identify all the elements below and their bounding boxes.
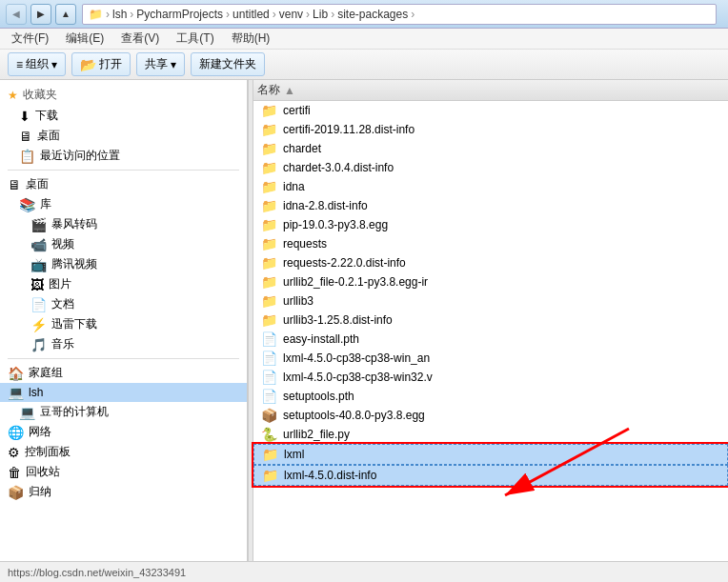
file-item-3[interactable]: 📁chardet-3.0.4.dist-info xyxy=(253,158,728,177)
file-item-2[interactable]: 📁chardet xyxy=(253,139,728,158)
sidebar-item-baofeng[interactable]: 🎬 暴风转码 xyxy=(0,214,247,234)
share-button[interactable]: 共享 ▾ xyxy=(136,52,185,76)
back-button[interactable]: ◀ xyxy=(6,4,27,25)
file-item-6[interactable]: 📁pip-19.0.3-py3.8.egg xyxy=(253,215,728,234)
file-item-16[interactable]: 📦setuptools-40.8.0-py3.8.egg xyxy=(253,406,728,425)
file-name-3: chardet-3.0.4.dist-info xyxy=(283,161,394,174)
sidebar-item-controlpanel[interactable]: ⚙ 控制面板 xyxy=(0,442,247,462)
breadcrumb-lib[interactable]: Lib xyxy=(313,8,328,21)
toolbar: ≡ 组织 ▾ 📂 打开 共享 ▾ 新建文件夹 xyxy=(0,50,728,80)
breadcrumb[interactable]: 📁 › lsh › PycharmProjects › untitled › v… xyxy=(82,4,717,25)
xunlei-icon: ⚡ xyxy=(30,317,47,332)
file-name-11: urllib3-1.25.8.dist-info xyxy=(283,313,393,327)
file-item-14[interactable]: 📄lxml-4.5.0-cp38-cp38-win32.v xyxy=(253,368,728,387)
star-icon: ★ xyxy=(8,89,18,102)
organize-button[interactable]: ≡ 组织 ▾ xyxy=(8,52,66,76)
file-item-19[interactable]: 📁lxml-4.5.0.dist-info xyxy=(253,465,728,486)
menu-file[interactable]: 文件(F) xyxy=(4,29,56,49)
video-icon: 📹 xyxy=(30,237,47,252)
file-item-0[interactable]: 📁certifi xyxy=(253,101,728,120)
file-name-13: lxml-4.5.0-cp38-cp38-win_an xyxy=(283,351,430,365)
open-icon: 📂 xyxy=(80,57,96,72)
breadcrumb-pycharm[interactable]: PycharmProjects xyxy=(136,8,223,21)
file-name-2: chardet xyxy=(283,142,321,155)
homegroup-icon: 🏠 xyxy=(8,366,24,381)
sidebar-item-lsh[interactable]: 💻 lsh xyxy=(0,383,247,402)
file-name-19: lxml-4.5.0.dist-info xyxy=(284,469,376,482)
sidebar-item-network[interactable]: 🌐 网络 xyxy=(0,422,247,442)
file-item-4[interactable]: 📁idna xyxy=(253,177,728,196)
lsh-icon: 💻 xyxy=(8,385,24,400)
file-icon-6: 📁 xyxy=(261,217,277,232)
file-name-9: urllib2_file-0.2.1-py3.8.egg-ir xyxy=(283,275,428,289)
file-item-18[interactable]: 📁lxml xyxy=(253,444,728,465)
sidebar-item-library[interactable]: 📚 库 xyxy=(0,194,247,214)
file-item-7[interactable]: 📁requests xyxy=(253,234,728,253)
file-item-17[interactable]: 🐍urllib2_file.py xyxy=(253,425,728,444)
file-item-13[interactable]: 📄lxml-4.5.0-cp38-cp38-win_an xyxy=(253,349,728,368)
tencent-icon: 📺 xyxy=(30,257,47,272)
organize-dropdown-icon: ▾ xyxy=(51,58,57,71)
file-icon-12: 📄 xyxy=(261,331,277,347)
menu-edit[interactable]: 编辑(E) xyxy=(58,29,111,49)
file-name-15: setuptools.pth xyxy=(283,390,354,403)
file-name-6: pip-19.0.3-py3.8.egg xyxy=(283,218,388,231)
file-item-15[interactable]: 📄setuptools.pth xyxy=(253,387,728,406)
sidebar-item-download[interactable]: ⬇ 下载 xyxy=(0,106,247,126)
file-icon-0: 📁 xyxy=(261,103,277,118)
sidebar-item-recent[interactable]: 📋 最近访问的位置 xyxy=(0,146,247,166)
main-content: ★ 收藏夹 ⬇ 下载 🖥 桌面 📋 最近访问的位置 🖥 桌面 📚 库 🎬 暴风 xyxy=(0,80,728,561)
sidebar-item-video[interactable]: 📹 视频 xyxy=(0,234,247,254)
recent-icon: 📋 xyxy=(19,149,35,164)
open-button[interactable]: 📂 打开 xyxy=(71,52,131,76)
sidebar-item-dougo[interactable]: 💻 豆哥的计算机 xyxy=(0,402,247,422)
sidebar: ★ 收藏夹 ⬇ 下载 🖥 桌面 📋 最近访问的位置 🖥 桌面 📚 库 🎬 暴风 xyxy=(0,80,248,561)
file-list-header[interactable]: 名称 ▲ xyxy=(253,80,728,101)
file-item-5[interactable]: 📁idna-2.8.dist-info xyxy=(253,196,728,215)
file-item-1[interactable]: 📁certifi-2019.11.28.dist-info xyxy=(253,120,728,139)
breadcrumb-lsh[interactable]: lsh xyxy=(112,8,127,21)
file-item-8[interactable]: 📁requests-2.22.0.dist-info xyxy=(253,253,728,272)
file-icon-7: 📁 xyxy=(261,236,277,251)
file-item-10[interactable]: 📁urllib3 xyxy=(253,291,728,311)
menu-view[interactable]: 查看(V) xyxy=(113,29,167,49)
file-name-16: setuptools-40.8.0-py3.8.egg xyxy=(283,409,425,422)
file-icon-9: 📁 xyxy=(261,274,277,290)
file-item-9[interactable]: 📁urllib2_file-0.2.1-py3.8.egg-ir xyxy=(253,272,728,291)
sidebar-item-recycle[interactable]: 🗑 回收站 xyxy=(0,462,247,482)
file-icon-13: 📄 xyxy=(261,351,277,366)
sidebar-item-music[interactable]: 🎵 音乐 xyxy=(0,334,247,354)
file-item-11[interactable]: 📁urllib3-1.25.8.dist-info xyxy=(253,311,728,330)
file-name-1: certifi-2019.11.28.dist-info xyxy=(283,123,415,136)
file-name-10: urllib3 xyxy=(283,294,313,308)
download-icon: ⬇ xyxy=(19,109,30,124)
menu-help[interactable]: 帮助(H) xyxy=(224,29,278,49)
file-item-12[interactable]: 📄easy-install.pth xyxy=(253,330,728,349)
file-list: 名称 ▲ 📁certifi📁certifi-2019.11.28.dist-in… xyxy=(253,80,728,561)
menu-bar: 文件(F) 编辑(E) 查看(V) 工具(T) 帮助(H) xyxy=(0,29,728,50)
sidebar-item-xunlei[interactable]: ⚡ 迅雷下载 xyxy=(0,314,247,334)
docs-icon: 📄 xyxy=(30,297,47,312)
sidebar-item-pictures[interactable]: 🖼 图片 xyxy=(0,274,247,294)
sidebar-item-desktop[interactable]: 🖥 桌面 xyxy=(0,126,247,146)
sidebar-item-desktop-root[interactable]: 🖥 桌面 xyxy=(0,174,247,194)
up-button[interactable]: ▲ xyxy=(55,4,76,25)
file-icon-4: 📁 xyxy=(261,179,277,194)
share-dropdown-icon: ▾ xyxy=(171,58,176,71)
sidebar-item-归纳[interactable]: 📦 归纳 xyxy=(0,482,247,502)
status-url: https://blog.csdn.net/weixin_43233491 xyxy=(8,567,186,578)
breadcrumb-untitled[interactable]: untitled xyxy=(233,8,270,21)
forward-button[interactable]: ▶ xyxy=(30,4,51,25)
menu-tools[interactable]: 工具(T) xyxy=(169,29,221,49)
desktop-icon: 🖥 xyxy=(19,129,32,144)
breadcrumb-venv[interactable]: venv xyxy=(279,8,303,21)
library-icon: 📚 xyxy=(19,197,35,212)
music-icon: 🎵 xyxy=(30,337,47,352)
file-name-5: idna-2.8.dist-info xyxy=(283,199,368,212)
sidebar-item-docs[interactable]: 📄 文档 xyxy=(0,294,247,314)
breadcrumb-site-packages[interactable]: site-packages xyxy=(337,8,408,21)
sidebar-item-homegroup[interactable]: 🏠 家庭组 xyxy=(0,363,247,383)
sidebar-item-tencent-video[interactable]: 📺 腾讯视频 xyxy=(0,254,247,274)
sort-arrow-icon: ▲ xyxy=(284,84,295,97)
new-folder-button[interactable]: 新建文件夹 xyxy=(191,52,265,76)
